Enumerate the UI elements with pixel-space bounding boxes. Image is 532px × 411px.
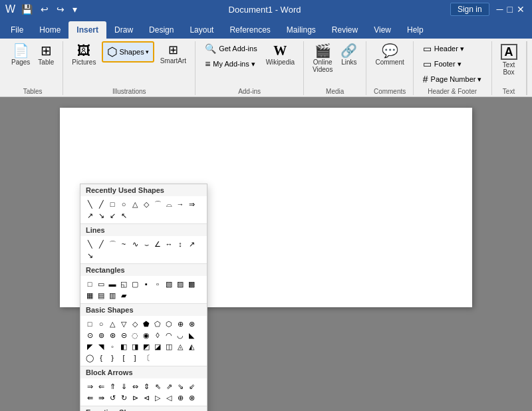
shape-item[interactable]: ◦ xyxy=(107,341,118,352)
shape-item[interactable]: ⊝ xyxy=(118,330,129,341)
shape-item[interactable]: ▪ xyxy=(141,279,152,289)
online-videos-button[interactable]: 🎬 OnlineVideos xyxy=(309,41,336,76)
my-addins-button[interactable]: ≡ My Add-ins ▾ xyxy=(201,57,261,71)
shape-item[interactable]: ▧ xyxy=(164,279,174,289)
shape-item[interactable]: ◥ xyxy=(96,341,106,352)
shape-item[interactable]: ◌ xyxy=(130,330,140,341)
shape-item[interactable]: ◯ xyxy=(84,352,95,363)
shape-item[interactable]: ◉ xyxy=(141,330,152,341)
tab-review[interactable]: Review xyxy=(324,21,366,39)
shape-item[interactable]: ▬ xyxy=(107,279,118,289)
shape-item[interactable]: ▽ xyxy=(118,319,129,329)
shape-item[interactable]: ∠ xyxy=(152,239,163,249)
shape-item[interactable]: ▥ xyxy=(107,290,118,301)
shape-item[interactable]: ▩ xyxy=(186,279,197,289)
comment-button[interactable]: 💬 Comment xyxy=(372,41,407,68)
shape-item[interactable]: ◫ xyxy=(164,341,174,352)
shape-item[interactable]: ⊲ xyxy=(141,392,152,403)
shape-item[interactable]: ⇐ xyxy=(96,381,106,392)
shape-item[interactable]: ╱ xyxy=(96,199,106,209)
save-qat-button[interactable]: 💾 xyxy=(19,0,35,19)
shape-item[interactable]: ⇒ xyxy=(186,199,197,209)
pages-button[interactable]: 📄 Pages xyxy=(8,41,33,68)
shape-item[interactable]: ▭ xyxy=(96,279,106,289)
shape-item[interactable]: ⇗ xyxy=(164,381,174,392)
tab-design[interactable]: Design xyxy=(141,21,182,39)
tab-home[interactable]: Home xyxy=(31,21,68,39)
tab-view[interactable]: View xyxy=(366,21,399,39)
wikipedia-button[interactable]: W Wikipedia xyxy=(263,41,298,68)
shape-item[interactable]: 〔 xyxy=(141,352,152,363)
shape-item[interactable]: ◧ xyxy=(118,341,129,352)
shape-item[interactable]: ⊗ xyxy=(186,392,197,403)
shape-item[interactable]: △ xyxy=(130,199,140,209)
shape-item[interactable]: ▰ xyxy=(118,290,129,301)
shape-item[interactable]: ⇓ xyxy=(118,381,129,392)
tab-layout[interactable]: Layout xyxy=(182,21,221,39)
shape-item[interactable]: ↻ xyxy=(118,392,129,403)
shape-item[interactable]: ◬ xyxy=(175,341,186,352)
shape-item[interactable]: ╱ xyxy=(96,239,106,249)
qat-dropdown-button[interactable]: ▾ xyxy=(70,0,79,19)
shape-item[interactable]: ◇ xyxy=(130,319,140,329)
header-button[interactable]: ▭ Header ▾ xyxy=(419,41,486,56)
shape-item[interactable]: ⊳ xyxy=(130,392,140,403)
get-addins-button[interactable]: 🔍 Get Add-ins xyxy=(201,41,261,56)
shape-item[interactable]: ▤ xyxy=(96,290,106,301)
shape-item[interactable]: ↖ xyxy=(118,210,129,221)
shape-item[interactable]: ╲ xyxy=(84,239,95,249)
shape-item[interactable]: ⇚ xyxy=(84,392,95,403)
shape-item[interactable]: ↘ xyxy=(96,210,106,221)
page-number-button[interactable]: # Page Number ▾ xyxy=(419,72,486,86)
shape-item[interactable]: □ xyxy=(84,319,95,329)
shape-item[interactable]: ◱ xyxy=(118,279,129,289)
tab-draw[interactable]: Draw xyxy=(106,21,141,39)
shape-item[interactable]: ▦ xyxy=(84,290,95,301)
shape-item[interactable]: → xyxy=(175,199,186,209)
minimize-button[interactable]: ─ xyxy=(495,0,505,19)
pictures-button[interactable]: 🖼 Pictures xyxy=(68,41,99,68)
shape-item[interactable]: ⇔ xyxy=(130,381,140,392)
shape-item[interactable]: ◪ xyxy=(152,341,163,352)
shape-item[interactable]: ⊙ xyxy=(84,330,95,341)
shape-item[interactable]: ⊕ xyxy=(175,319,186,329)
shape-item[interactable]: ○ xyxy=(96,319,106,329)
shape-item[interactable]: ◁ xyxy=(164,392,174,403)
shape-item[interactable]: □ xyxy=(107,199,118,209)
shape-item[interactable]: ⌒ xyxy=(107,239,118,249)
shape-item[interactable]: ⇕ xyxy=(141,381,152,392)
table-button[interactable]: ⊞ Table xyxy=(35,41,57,68)
shape-item[interactable]: ⊚ xyxy=(96,330,106,341)
shape-item[interactable]: ◩ xyxy=(141,341,152,352)
shape-item[interactable]: ⊕ xyxy=(175,392,186,403)
shape-item[interactable]: ⊗ xyxy=(186,319,197,329)
shape-item[interactable]: ↺ xyxy=(107,392,118,403)
shape-item[interactable]: ⌓ xyxy=(164,199,174,209)
shape-item[interactable]: ⇛ xyxy=(96,392,106,403)
shape-item[interactable]: ↗ xyxy=(186,239,197,249)
smartart-button[interactable]: ⊞ SmartArt xyxy=(157,41,190,67)
tab-file[interactable]: File xyxy=(3,21,31,39)
shape-item[interactable]: ▷ xyxy=(152,392,163,403)
shape-item[interactable]: ◠ xyxy=(164,330,174,341)
shape-item[interactable]: ↘ xyxy=(84,250,95,261)
shape-item[interactable]: □ xyxy=(84,279,95,289)
shape-item[interactable]: ⇖ xyxy=(152,381,163,392)
shape-item[interactable]: ⊛ xyxy=(107,330,118,341)
shape-item[interactable]: ▨ xyxy=(175,279,186,289)
shape-item[interactable]: ⬡ xyxy=(164,319,174,329)
shape-item[interactable]: ~ xyxy=(118,239,129,249)
shape-item[interactable]: ⇑ xyxy=(107,381,118,392)
restore-button[interactable]: □ xyxy=(505,0,515,19)
shape-item[interactable]: ↗ xyxy=(84,210,95,221)
shape-item[interactable]: ◭ xyxy=(186,341,197,352)
links-button[interactable]: 🔗 Links xyxy=(337,41,360,68)
shape-item[interactable]: ↔ xyxy=(164,239,174,249)
close-button[interactable]: ✕ xyxy=(515,0,527,19)
shape-item[interactable]: ↕ xyxy=(175,239,186,249)
shapes-button[interactable]: ⬡ Shapes ▾ xyxy=(102,41,154,63)
shape-item[interactable]: ⬟ xyxy=(141,319,152,329)
shape-item[interactable]: } xyxy=(107,352,118,363)
sign-in-button[interactable]: Sign in xyxy=(450,3,489,16)
shape-item[interactable]: ⌣ xyxy=(141,239,152,249)
